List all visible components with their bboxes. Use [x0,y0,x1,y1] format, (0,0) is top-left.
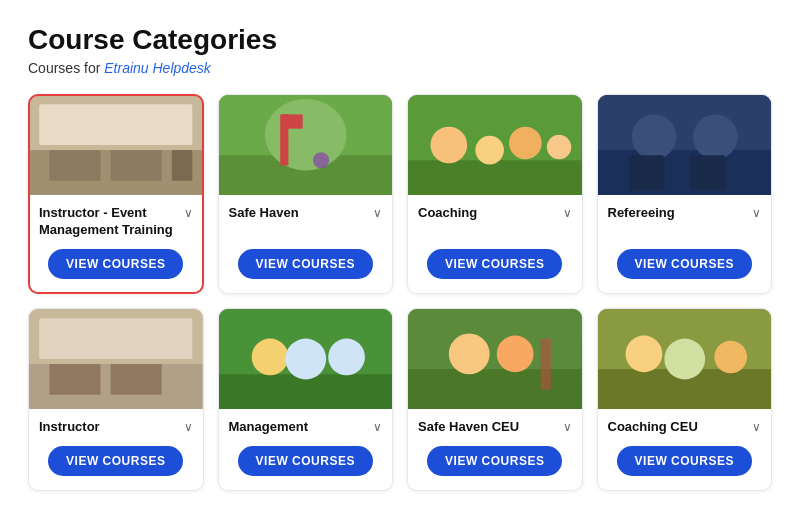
card-image-safe-haven-ceu [408,309,582,409]
card-image-coaching [408,95,582,195]
svg-rect-19 [598,150,772,195]
card-image-coaching-ceu [598,309,772,409]
svg-point-21 [692,114,737,159]
svg-point-14 [430,127,467,164]
svg-point-33 [328,338,365,375]
course-card-coaching: Coaching∨VIEW COURSES [407,94,583,294]
svg-rect-27 [49,364,100,395]
svg-point-43 [714,340,747,373]
card-title-row-refereeing: Refereeing∨ [608,205,762,222]
card-image-instructor-event [29,95,203,195]
chevron-icon-instructor-event[interactable]: ∨ [184,206,193,220]
view-courses-button-instructor-event[interactable]: VIEW COURSES [48,249,183,279]
card-title-row-safe-haven-ceu: Safe Haven CEU∨ [418,419,572,436]
card-title-safe-haven: Safe Haven [229,205,370,222]
svg-point-15 [475,136,504,165]
svg-rect-38 [541,338,551,389]
svg-point-20 [631,114,676,159]
chevron-icon-refereeing[interactable]: ∨ [752,206,761,220]
svg-point-31 [251,338,288,375]
view-courses-button-safe-haven-ceu[interactable]: VIEW COURSES [427,446,562,476]
card-body-instructor-event: Instructor - Event Management Training∨V… [29,195,203,293]
svg-rect-23 [689,155,725,191]
svg-rect-22 [628,155,664,191]
svg-point-16 [509,127,542,160]
svg-rect-3 [49,150,100,181]
chevron-icon-coaching[interactable]: ∨ [563,206,572,220]
card-title-row-instructor-event: Instructor - Event Management Training∨ [39,205,193,239]
course-card-safe-haven: Safe Haven∨VIEW COURSES [218,94,394,294]
card-body-safe-haven-ceu: Safe Haven CEU∨VIEW COURSES [408,409,582,490]
card-body-safe-haven: Safe Haven∨VIEW COURSES [219,195,393,293]
course-card-instructor-event: Instructor - Event Management Training∨V… [28,94,204,294]
svg-rect-35 [408,369,582,409]
card-image-management [219,309,393,409]
card-title-safe-haven-ceu: Safe Haven CEU [418,419,559,436]
card-image-refereeing [598,95,772,195]
card-title-row-safe-haven: Safe Haven∨ [229,205,383,222]
svg-rect-30 [219,374,393,409]
svg-point-8 [264,99,346,170]
svg-point-37 [497,335,534,372]
card-title-coaching: Coaching [418,205,559,222]
chevron-icon-management[interactable]: ∨ [373,420,382,434]
card-title-instructor: Instructor [39,419,180,436]
view-courses-button-coaching[interactable]: VIEW COURSES [427,249,562,279]
svg-rect-10 [282,114,302,128]
card-body-instructor: Instructor∨VIEW COURSES [29,409,203,490]
svg-point-17 [547,135,571,159]
course-card-instructor: Instructor∨VIEW COURSES [28,308,204,491]
svg-point-41 [625,335,662,372]
svg-rect-5 [172,150,192,181]
chevron-icon-coaching-ceu[interactable]: ∨ [752,420,761,434]
svg-point-11 [312,152,328,168]
view-courses-button-instructor[interactable]: VIEW COURSES [48,446,183,476]
chevron-icon-safe-haven[interactable]: ∨ [373,206,382,220]
svg-rect-4 [111,150,162,181]
chevron-icon-instructor[interactable]: ∨ [184,420,193,434]
card-body-refereeing: Refereeing∨VIEW COURSES [598,195,772,293]
card-title-coaching-ceu: Coaching CEU [608,419,749,436]
card-title-row-coaching: Coaching∨ [418,205,572,222]
card-title-refereeing: Refereeing [608,205,749,222]
page-title: Course Categories [28,24,772,56]
card-title-management: Management [229,419,370,436]
svg-rect-28 [111,364,162,395]
card-image-instructor [29,309,203,409]
helpdesk-link[interactable]: Etrainu Helpdesk [104,60,211,76]
course-card-safe-haven-ceu: Safe Haven CEU∨VIEW COURSES [407,308,583,491]
card-title-row-coaching-ceu: Coaching CEU∨ [608,419,762,436]
card-body-management: Management∨VIEW COURSES [219,409,393,490]
view-courses-button-coaching-ceu[interactable]: VIEW COURSES [617,446,752,476]
svg-point-42 [664,338,705,379]
svg-rect-13 [408,160,582,195]
view-courses-button-refereeing[interactable]: VIEW COURSES [617,249,752,279]
course-card-coaching-ceu: Coaching CEU∨VIEW COURSES [597,308,773,491]
view-courses-button-safe-haven[interactable]: VIEW COURSES [238,249,373,279]
card-title-row-management: Management∨ [229,419,383,436]
card-title-row-instructor: Instructor∨ [39,419,193,436]
card-body-coaching: Coaching∨VIEW COURSES [408,195,582,293]
course-card-management: Management∨VIEW COURSES [218,308,394,491]
card-image-safe-haven [219,95,393,195]
page-subtitle: Courses for Etrainu Helpdesk [28,60,772,76]
chevron-icon-safe-haven-ceu[interactable]: ∨ [563,420,572,434]
svg-point-36 [449,333,490,374]
card-title-instructor-event: Instructor - Event Management Training [39,205,180,239]
svg-point-32 [285,338,326,379]
card-body-coaching-ceu: Coaching CEU∨VIEW COURSES [598,409,772,490]
svg-rect-26 [39,318,192,359]
course-grid: Instructor - Event Management Training∨V… [28,94,772,491]
view-courses-button-management[interactable]: VIEW COURSES [238,446,373,476]
course-card-refereeing: Refereeing∨VIEW COURSES [597,94,773,294]
svg-rect-2 [39,104,192,145]
